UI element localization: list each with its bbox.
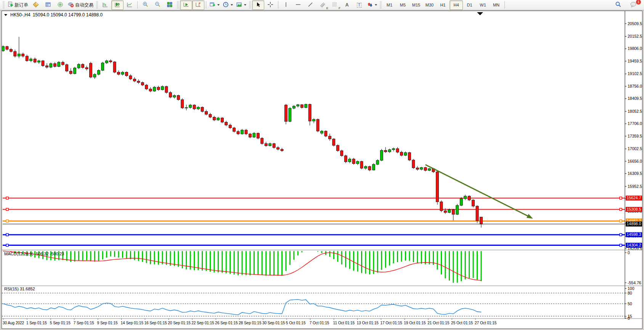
timeframe-button-h4[interactable]: H4 <box>450 0 463 10</box>
horizontal-line-tool-button[interactable] <box>292 0 304 10</box>
template-button[interactable] <box>234 0 248 10</box>
navigator-window-icon <box>45 2 51 9</box>
zoom-out-icon <box>154 2 161 9</box>
chart-shift-icon <box>195 2 201 9</box>
svg-text:20509.5: 20509.5 <box>628 21 642 26</box>
rsi-axis-label-50: 50 <box>628 301 632 306</box>
timeframe-button-d1[interactable]: D1 <box>463 0 476 10</box>
text-label-tool-button[interactable]: T <box>353 0 365 10</box>
price-line-label-15308.5: 15308.5 <box>626 207 642 212</box>
svg-text:16309.5: 16309.5 <box>628 171 642 176</box>
toolbar-grip[interactable] <box>3 1 5 9</box>
tile-windows-button[interactable] <box>164 0 176 10</box>
dropdown-caret <box>375 4 377 6</box>
dropdown-caret <box>244 4 246 6</box>
price-axis[interactable] <box>625 11 642 319</box>
signals-button[interactable] <box>54 0 66 10</box>
search-icon <box>615 1 622 9</box>
price-line-label-14898.0: 14898.0 <box>626 221 642 226</box>
sonar-icon <box>57 2 63 9</box>
trendline-tool-button[interactable] <box>304 0 316 10</box>
trendline-icon <box>307 2 313 9</box>
rsi-axis-label-100: 100 <box>628 286 634 291</box>
svg-text:7 Sep 01:15: 7 Sep 01:15 <box>74 321 94 325</box>
arrows-tool-button[interactable] <box>365 0 379 10</box>
timeframe-button-m15[interactable]: M15 <box>410 0 423 10</box>
candlestick-chart-button[interactable] <box>111 0 124 10</box>
text-tool-icon: A <box>345 2 349 8</box>
tile-windows-icon <box>167 2 173 9</box>
crosshair-icon <box>267 2 273 9</box>
fibonacci-tool-button[interactable]: F <box>329 0 341 10</box>
auto-scroll-icon <box>183 2 189 9</box>
zoom-out-button[interactable] <box>151 0 164 10</box>
toolbar-separator <box>504 1 505 9</box>
timeframe-button-h1[interactable]: H1 <box>436 0 450 10</box>
svg-text:22 Sep 01:15: 22 Sep 01:15 <box>191 321 214 325</box>
search-button[interactable] <box>612 0 624 10</box>
chart-menu-icon[interactable] <box>4 14 7 16</box>
svg-text:21 Oct 01:15: 21 Oct 01:15 <box>427 321 450 325</box>
timeframe-toolbar: M1M5M15M30H1H4D1W1MN <box>383 0 503 10</box>
market-watch-button[interactable] <box>30 0 42 10</box>
vertical-line-tool-button[interactable] <box>280 0 292 10</box>
dropdown-caret <box>217 4 220 6</box>
toolbar-grip[interactable] <box>249 1 251 9</box>
new-order-icon <box>7 2 13 9</box>
navigator-button[interactable] <box>42 0 54 10</box>
svg-text:20 Sep 01:15: 20 Sep 01:15 <box>168 321 191 325</box>
timeframe-button-m1[interactable]: M1 <box>383 0 396 10</box>
bar-chart-button[interactable] <box>99 0 111 10</box>
svg-text:7 Oct 01:15: 7 Oct 01:15 <box>310 321 329 325</box>
price-line-label-14304.2: 14304.2 <box>626 243 642 248</box>
svg-text:20152.5: 20152.5 <box>628 34 642 38</box>
svg-text:18052.5: 18052.5 <box>628 109 642 114</box>
text-tool-button[interactable]: A <box>341 0 353 10</box>
price-line-label-15624.7: 15624.7 <box>626 195 642 200</box>
new-order-button[interactable]: 新订单 <box>6 0 30 10</box>
svg-text:30 Sep 01:15: 30 Sep 01:15 <box>262 321 285 325</box>
price-line-label-14598.3: 14598.3 <box>626 232 642 237</box>
main-chart-surface[interactable] <box>2 11 625 250</box>
timeframe-button-mn[interactable]: MN <box>490 0 503 10</box>
chart-canvas[interactable]: 20509.520152.519806.019459.519102.518756… <box>2 11 642 328</box>
svg-text:11 Oct 01:15: 11 Oct 01:15 <box>333 321 355 325</box>
equidistant-channel-tool-button[interactable]: E <box>316 0 329 10</box>
fibonacci-icon <box>332 2 338 9</box>
macd-histogram <box>6 251 482 283</box>
new-chart-icon <box>209 2 215 9</box>
cursor-tool-button[interactable] <box>252 0 264 10</box>
notifications-button[interactable]: 1 <box>627 0 639 10</box>
chart-window[interactable]: HK50-,H4 15094.0 15094.0 14799.0 14898.0… <box>2 11 642 329</box>
toolbar-grip[interactable] <box>96 1 98 9</box>
svg-text:19102.5: 19102.5 <box>628 71 642 76</box>
line-chart-button[interactable] <box>124 0 136 10</box>
svg-text:14304.2: 14304.2 <box>627 243 641 247</box>
chart-shift-button[interactable] <box>192 0 204 10</box>
timeframe-button-m30[interactable]: M30 <box>423 0 436 10</box>
rsi-line <box>3 300 481 315</box>
svg-text:14 Sep 01:15: 14 Sep 01:15 <box>121 321 144 325</box>
svg-text:15624.7: 15624.7 <box>627 195 641 200</box>
rsi-axis-label-80: 80 <box>628 291 632 295</box>
zoom-in-button[interactable] <box>139 0 151 10</box>
channel-icon <box>320 2 326 9</box>
notification-badge: 1 <box>636 0 641 5</box>
timeframe-button-m5[interactable]: M5 <box>396 0 410 10</box>
chart-ohlc-values: 15094.0 15094.0 14799.0 14898.0 <box>33 12 103 18</box>
line-chart-icon <box>127 2 133 9</box>
toolbar-grip[interactable] <box>177 1 179 9</box>
candlestick-chart-icon <box>114 2 120 9</box>
crosshair-tool-button[interactable] <box>264 0 276 10</box>
new-chart-button[interactable] <box>208 0 221 10</box>
vertical-line-icon <box>283 2 289 9</box>
auto-scroll-button[interactable] <box>180 0 192 10</box>
svg-text:17 Oct 01:15: 17 Oct 01:15 <box>380 321 402 325</box>
period-clock-button[interactable] <box>221 0 234 10</box>
rsi-indicator-label: RSI(15) 31.6852 <box>4 287 35 291</box>
auto-trading-button[interactable]: 自动交易 <box>66 0 95 10</box>
toolbar-grip[interactable] <box>380 1 382 9</box>
svg-text:18409.5: 18409.5 <box>628 96 642 101</box>
timeframe-button-w1[interactable]: W1 <box>476 0 490 10</box>
svg-text:17706.0: 17706.0 <box>628 121 642 126</box>
